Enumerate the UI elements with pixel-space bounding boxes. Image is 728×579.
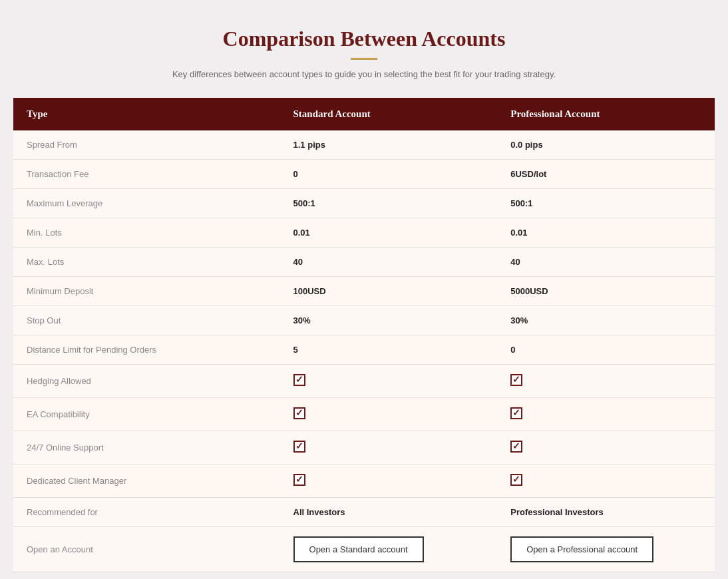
page-container: Comparison Between Accounts Key differen… — [13, 13, 715, 579]
open-standard-button[interactable]: Open a Standard account — [293, 536, 424, 562]
table-row: Transaction Fee06USD/lot — [13, 160, 715, 189]
standard-value — [280, 398, 498, 431]
professional-value: 0 — [497, 335, 715, 365]
table-row: 24/7 Online Support — [13, 431, 715, 465]
standard-value: 100USD — [280, 277, 498, 306]
checkbox-checked-icon — [510, 374, 522, 386]
title-divider — [351, 58, 377, 60]
table-row: Distance Limit for Pending Orders50 — [13, 335, 715, 365]
checkbox-checked-icon — [293, 441, 305, 453]
table-row: Stop Out30%30% — [13, 306, 715, 335]
table-row: Maximum Leverage500:1500:1 — [13, 189, 715, 218]
table-row: Dedicated Client Manager — [13, 465, 715, 498]
professional-value — [497, 465, 715, 498]
standard-value: 1.1 pips — [280, 130, 498, 160]
open-standard-cell: Open a Standard account — [280, 527, 498, 572]
comparison-table: Type Standard Account Professional Accou… — [13, 98, 715, 572]
table-row: Max. Lots4040 — [13, 248, 715, 277]
table-header-row: Type Standard Account Professional Accou… — [13, 98, 715, 130]
professional-value: 40 — [497, 248, 715, 277]
row-label: EA Compatibility — [13, 398, 280, 431]
table-row: EA Compatibility — [13, 398, 715, 431]
standard-value: 0 — [280, 160, 498, 189]
professional-value: 6USD/lot — [497, 160, 715, 189]
row-label: 24/7 Online Support — [13, 431, 280, 465]
header-professional: Professional Account — [497, 98, 715, 130]
row-label: Recommended for — [13, 498, 280, 527]
row-label: Min. Lots — [13, 218, 280, 248]
professional-value: 500:1 — [497, 189, 715, 218]
standard-value: 0.01 — [280, 218, 498, 248]
table-row: Minimum Deposit100USD5000USD — [13, 277, 715, 306]
checkbox-checked-icon — [510, 474, 522, 486]
row-label: Stop Out — [13, 306, 280, 335]
standard-value: All Investors — [280, 498, 498, 527]
header-type: Type — [13, 98, 280, 130]
standard-value — [280, 465, 498, 498]
page-title: Comparison Between Accounts — [13, 27, 715, 51]
page-subtitle: Key differences between account types to… — [13, 69, 715, 79]
professional-value: Professional Investors — [497, 498, 715, 527]
professional-value — [497, 398, 715, 431]
row-label: Transaction Fee — [13, 160, 280, 189]
standard-value: 500:1 — [280, 189, 498, 218]
checkbox-checked-icon — [293, 474, 305, 486]
professional-value — [497, 431, 715, 465]
standard-value — [280, 365, 498, 398]
row-label: Max. Lots — [13, 248, 280, 277]
checkbox-checked-icon — [510, 407, 522, 419]
professional-value: 0.01 — [497, 218, 715, 248]
open-professional-cell: Open a Professional account — [497, 527, 715, 572]
professional-value: 5000USD — [497, 277, 715, 306]
checkbox-checked-icon — [510, 441, 522, 453]
header-standard: Standard Account — [280, 98, 498, 130]
row-label: Maximum Leverage — [13, 189, 280, 218]
open-account-label: Open an Account — [13, 527, 280, 572]
row-label: Distance Limit for Pending Orders — [13, 335, 280, 365]
row-label: Dedicated Client Manager — [13, 465, 280, 498]
table-row: Min. Lots0.010.01 — [13, 218, 715, 248]
table-row: Recommended forAll InvestorsProfessional… — [13, 498, 715, 527]
professional-value — [497, 365, 715, 398]
standard-value: 40 — [280, 248, 498, 277]
checkbox-checked-icon — [293, 374, 305, 386]
table-row: Spread From1.1 pips0.0 pips — [13, 130, 715, 160]
standard-value — [280, 431, 498, 465]
row-label: Spread From — [13, 130, 280, 160]
open-professional-button[interactable]: Open a Professional account — [510, 536, 653, 562]
standard-value: 5 — [280, 335, 498, 365]
professional-value: 30% — [497, 306, 715, 335]
checkbox-checked-icon — [293, 407, 305, 419]
row-label: Minimum Deposit — [13, 277, 280, 306]
table-row: Hedging Allowed — [13, 365, 715, 398]
open-account-row: Open an AccountOpen a Standard accountOp… — [13, 527, 715, 572]
row-label: Hedging Allowed — [13, 365, 280, 398]
professional-value: 0.0 pips — [497, 130, 715, 160]
standard-value: 30% — [280, 306, 498, 335]
